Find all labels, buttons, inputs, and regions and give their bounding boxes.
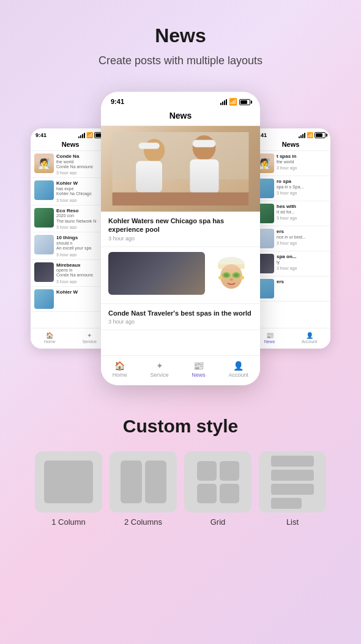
article-2-image <box>108 252 205 295</box>
svg-rect-7 <box>190 160 218 194</box>
phone-right: 9:41 📶 News 🧖 t spas in the world 3 hour… <box>251 128 330 349</box>
wifi-icon: 📶 <box>307 132 313 138</box>
svg-point-2 <box>144 139 165 162</box>
thumb-nature <box>34 208 54 228</box>
left-status-bar: 9:41 📶 <box>31 128 110 139</box>
thumb-luxury <box>34 262 54 282</box>
layout-grid-preview[interactable] <box>184 451 251 513</box>
news-icon: 📰 <box>266 332 274 339</box>
service-icon: ✦ <box>87 332 92 339</box>
thumb-pool <box>34 180 54 200</box>
list-item: spa on... ly 3 hour ago <box>251 251 330 276</box>
layout-1col: 1 Column <box>35 451 102 527</box>
layout-1col-label: 1 Column <box>51 517 86 527</box>
layout-grid-label: Grid <box>210 517 226 527</box>
svg-point-14 <box>224 273 229 277</box>
double-col-shape <box>121 461 166 503</box>
nav-news[interactable]: 📰 News <box>264 332 275 344</box>
left-nav: 🏠 Home ✦ Service <box>31 328 110 349</box>
thumb-pool2 <box>34 289 54 309</box>
layout-options: 1 Column 2 Columns Grid <box>35 451 326 527</box>
hero-svg <box>107 132 254 205</box>
right-header: News <box>251 139 330 151</box>
signal-icon <box>220 99 227 105</box>
svg-rect-4 <box>136 161 162 192</box>
custom-style-title: Custom style <box>123 416 238 437</box>
svg-rect-1 <box>113 132 249 179</box>
phone-main: 9:41 📶 News <box>101 92 260 385</box>
main-article-1: Kohler Waters new Chicago spa has experi… <box>101 212 260 247</box>
layout-2col-preview[interactable] <box>110 451 177 513</box>
layout-list-preview[interactable] <box>259 451 326 513</box>
layout-2col: 2 Columns <box>110 451 177 527</box>
nav-home[interactable]: 🏠 Home <box>44 332 56 344</box>
list-item: ers <box>251 276 330 302</box>
list-item: Kohler W has expe Kohler ha Chicago 3 ho… <box>31 178 110 205</box>
list-item: ers nce in ur best... 3 hour ago <box>251 226 330 251</box>
layout-list: List <box>259 451 326 527</box>
nav-news[interactable]: 📰 News <box>192 361 206 378</box>
main-article-2 <box>101 247 260 304</box>
home-icon: 🏠 <box>114 361 125 371</box>
wifi-icon: 📶 <box>229 98 237 106</box>
thumb-person: 🧖 <box>34 154 54 173</box>
svg-point-16 <box>229 278 233 281</box>
list-item: Mirebeaux opens in Conde Na announc 3 ho… <box>31 260 110 287</box>
battery-icon <box>239 99 250 105</box>
single-col-shape <box>44 461 93 503</box>
layout-list-label: List <box>286 517 299 527</box>
hero-image <box>101 126 260 212</box>
phones-section: 9:41 📶 News 🧖 Conde Na the world Conde N… <box>12 86 349 391</box>
list-item: ro spa spa in s Spa... 3 hour ago <box>251 176 330 201</box>
account-icon: 👤 <box>233 361 244 371</box>
svg-rect-3 <box>138 142 159 149</box>
thumb-spa2 <box>34 235 54 254</box>
spa-face-icon <box>213 252 250 295</box>
page-title: News <box>155 24 206 47</box>
svg-point-15 <box>234 273 239 277</box>
left-time: 9:41 <box>35 132 47 138</box>
list-item: Eco Reso 2020 con The launc Network N 3 … <box>31 205 110 232</box>
layout-1col-preview[interactable] <box>35 451 102 513</box>
list-item: hes with rt ed for... 3 hour ago <box>251 201 330 226</box>
layout-2col-label: 2 Columns <box>124 517 162 527</box>
svg-point-18 <box>240 276 244 279</box>
main-time: 9:41 <box>111 98 124 106</box>
grid-shape <box>197 461 239 503</box>
nav-service[interactable]: ✦ Service <box>151 361 169 378</box>
svg-point-17 <box>218 276 222 279</box>
service-icon: ✦ <box>156 361 163 371</box>
svg-rect-8 <box>113 193 249 205</box>
list-item: Kohler W <box>31 287 110 312</box>
list-item: 🧖 t spas in the world 3 hour ago <box>251 151 330 176</box>
news-icon: 📰 <box>193 361 204 371</box>
main-article-2-text: Conde Nast Traveler's best spas in the w… <box>101 304 260 330</box>
home-icon: 🏠 <box>46 332 53 339</box>
page-subtitle: Create posts with multiple layouts <box>99 54 262 67</box>
svg-rect-6 <box>193 140 216 147</box>
article-2-title: Conde Nast Traveler's best spas in the w… <box>108 309 253 317</box>
main-header: News <box>101 108 260 126</box>
list-shape <box>271 456 314 509</box>
account-icon: 👤 <box>306 332 313 339</box>
nav-account[interactable]: 👤 Account <box>302 332 317 344</box>
hero-spa-scene <box>101 126 260 212</box>
battery-icon <box>314 132 326 138</box>
main-status-bar: 9:41 📶 <box>101 92 260 108</box>
article-1-title: Kohler Waters new Chicago spa has experi… <box>108 217 253 234</box>
list-item: 🧖 Conde Na the world Conde Na announc 3 … <box>31 151 110 178</box>
article-2-time: 3 hour ago <box>108 319 253 325</box>
article-1-time: 3 hour ago <box>108 235 253 242</box>
right-status-bar: 9:41 📶 <box>251 128 330 139</box>
signal-icon <box>299 132 305 138</box>
left-header: News <box>31 139 110 151</box>
phone-left: 9:41 📶 News 🧖 Conde Na the world Conde N… <box>31 128 110 349</box>
nav-service[interactable]: ✦ Service <box>83 332 97 344</box>
list-item: 10 things should n An excell your spa 3 … <box>31 232 110 259</box>
main-nav: 🏠 Home ✦ Service 📰 News 👤 Account <box>101 355 260 385</box>
nav-home[interactable]: 🏠 Home <box>113 361 127 378</box>
layout-grid: Grid <box>184 451 251 527</box>
right-nav: 📰 News 👤 Account <box>251 328 330 349</box>
nav-account[interactable]: 👤 Account <box>229 361 249 378</box>
svg-point-5 <box>193 135 216 160</box>
